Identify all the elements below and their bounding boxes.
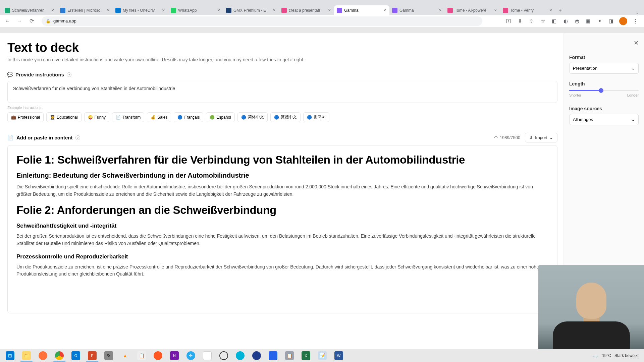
taskbar-excel[interactable]: X xyxy=(298,349,314,362)
taskbar-app-9[interactable]: 📋 xyxy=(281,349,298,362)
info-icon[interactable]: ? xyxy=(75,135,80,140)
slide-2-heading-a: Schweißnahtfestigkeit und -integrität xyxy=(16,223,548,229)
browser-tab-3[interactable]: WhatsApp× xyxy=(168,5,223,15)
temperature: 19°C xyxy=(602,353,611,358)
taskbar-vlc[interactable]: ▲ xyxy=(117,349,133,362)
browser-tab-2[interactable]: My files - OneDriv× xyxy=(113,5,168,15)
example-chip-5[interactable]: 🔵Français xyxy=(174,112,203,122)
nav-back-button[interactable]: ← xyxy=(3,16,12,26)
taskbar-app-7[interactable] xyxy=(249,349,265,362)
nav-forward-button[interactable]: → xyxy=(15,16,24,26)
char-counter: ◠ 1989/7500 xyxy=(494,135,520,140)
new-tab-button[interactable]: + xyxy=(555,6,565,15)
taskbar-notepad[interactable]: 📝 xyxy=(314,349,330,362)
key-icon[interactable]: ⚿ xyxy=(505,18,512,24)
browser-tab-8[interactable]: Tome - AI-powere× xyxy=(445,5,500,15)
extension-icon-2[interactable]: ◐ xyxy=(562,18,569,24)
slide-2-heading-b: Prozesskontrolle und Reproduzierbarkeit xyxy=(16,253,548,260)
taskbar-app-8[interactable] xyxy=(265,349,281,362)
taskbar-word[interactable]: W xyxy=(331,349,347,362)
profile-avatar[interactable] xyxy=(619,17,627,25)
example-chip-1[interactable]: 👩‍🎓Educational xyxy=(46,112,82,122)
example-chip-8[interactable]: 🔵繁體中文 xyxy=(270,112,301,122)
extension-icon[interactable]: ◧ xyxy=(551,18,557,24)
browser-tab-9[interactable]: Tome - Verify× xyxy=(500,5,555,15)
weather-icon[interactable]: ☁️ xyxy=(592,353,599,359)
start-button[interactable]: ⊞ xyxy=(2,349,18,362)
taskbar-app-5[interactable] xyxy=(216,349,232,362)
tab-close-icon[interactable]: × xyxy=(217,7,221,13)
instructions-icon: 💬 xyxy=(7,72,13,77)
tab-close-icon[interactable]: × xyxy=(549,7,553,13)
slide-1-paragraph: Die Schweißverbindung spielt eine entsch… xyxy=(16,183,548,198)
download-icon: ⇩ xyxy=(529,135,533,140)
content-editor[interactable]: Folie 1: Schweißverfahren für die Verbin… xyxy=(7,145,557,313)
tab-close-icon[interactable]: × xyxy=(272,7,276,13)
example-chip-9[interactable]: 🔵한국어 xyxy=(303,112,329,122)
tab-close-icon[interactable]: × xyxy=(493,7,497,13)
browser-tab-7[interactable]: Gamma× xyxy=(389,5,445,15)
tab-close-icon[interactable]: × xyxy=(383,7,387,13)
address-bar[interactable]: 🔒 gamma.app xyxy=(42,16,482,26)
weather-text: Stark bewölkt xyxy=(614,353,639,358)
taskbar-powerpoint[interactable]: P xyxy=(84,349,100,362)
taskbar-app-1[interactable]: ✎ xyxy=(101,349,117,362)
taskbar-explorer[interactable]: 📁 xyxy=(18,349,35,362)
example-chip-0[interactable]: 💼Professional xyxy=(7,112,44,122)
browser-tab-6[interactable]: Gamma× xyxy=(334,5,389,15)
tab-close-icon[interactable]: × xyxy=(438,7,442,13)
image-sources-select[interactable]: All images ⌄ xyxy=(569,114,639,125)
install-icon[interactable]: ⬇ xyxy=(517,18,523,24)
share-icon[interactable]: ⇧ xyxy=(528,18,535,24)
example-chip-6[interactable]: 🟢Español xyxy=(206,112,234,122)
taskbar-app-4[interactable] xyxy=(199,349,215,362)
taskbar-app-3[interactable] xyxy=(150,349,166,362)
taskbar-onenote[interactable]: N xyxy=(166,349,182,362)
slider-thumb[interactable] xyxy=(599,88,603,93)
tab-close-icon[interactable]: × xyxy=(327,7,331,13)
sidepanel-icon[interactable]: ◨ xyxy=(608,18,614,24)
length-slider[interactable] xyxy=(569,90,639,91)
browser-toolbar: ← → ⟳ 🔒 gamma.app ⚿ ⬇ ⇧ ☆ ◧ ◐ ◓ ▣ ✦ ◨ ⋮ xyxy=(0,15,644,27)
info-icon[interactable]: ? xyxy=(67,72,71,77)
taskbar-chrome[interactable] xyxy=(51,349,67,362)
tab-close-icon[interactable]: × xyxy=(161,7,165,13)
taskbar-telegram[interactable]: ✈ xyxy=(183,349,199,362)
page-title: Text to deck xyxy=(7,41,557,55)
slide-2-paragraph-b: Um die Produktionsziele zu erreichen, is… xyxy=(16,263,548,278)
chrome-menu-icon[interactable]: ⋮ xyxy=(632,18,639,24)
instructions-input[interactable]: Schweißverfahren für die Verbindung von … xyxy=(7,81,557,103)
taskbar-outlook[interactable]: O xyxy=(68,349,84,362)
bookmark-icon[interactable]: ☆ xyxy=(539,18,546,24)
close-panel-button[interactable]: ✕ xyxy=(634,39,639,47)
example-chip-4[interactable]: 💰Sales xyxy=(147,112,171,122)
taskbar-firefox[interactable] xyxy=(35,349,51,362)
tab-close-icon[interactable]: × xyxy=(106,7,110,13)
format-select[interactable]: Presentation ⌄ xyxy=(569,63,639,74)
browser-tab-1[interactable]: Erstellen | Microso× xyxy=(57,5,113,15)
extensions-puzzle-icon[interactable]: ✦ xyxy=(596,18,603,24)
taskbar-app-6[interactable] xyxy=(232,349,248,362)
slide-2-title: Folie 2: Anforderungen an die Schweißver… xyxy=(16,204,548,217)
import-button[interactable]: ⇩ Import ⌄ xyxy=(525,133,557,142)
browser-tab-4[interactable]: GMX Premium - E× xyxy=(223,5,279,15)
extension-icon-3[interactable]: ◓ xyxy=(574,18,580,24)
spinner-icon: ◠ xyxy=(494,135,498,140)
browser-tabstrip: Schweißverfahren×Erstellen | Microso×My … xyxy=(0,0,644,15)
example-chip-2[interactable]: 😜Funny xyxy=(84,112,109,122)
lock-icon: 🔒 xyxy=(46,19,51,23)
slide-1-title: Folie 1: Schweißverfahren für die Verbin… xyxy=(16,154,548,166)
content-section-label: Add or paste in content xyxy=(16,135,73,140)
nav-reload-button[interactable]: ⟳ xyxy=(27,16,36,26)
url-text: gamma.app xyxy=(53,18,76,23)
browser-tab-0[interactable]: Schweißverfahren× xyxy=(2,5,57,15)
extension-icon-4[interactable]: ▣ xyxy=(585,18,592,24)
tab-dropdown-icon[interactable]: ⌄ xyxy=(636,10,644,15)
browser-tab-5[interactable]: creat a presentati× xyxy=(279,5,334,15)
content-icon: 📄 xyxy=(7,135,14,141)
tab-close-icon[interactable]: × xyxy=(51,7,55,13)
example-chip-7[interactable]: 🔵简体中文 xyxy=(237,112,268,122)
example-chip-3[interactable]: 📄Transform xyxy=(112,112,144,122)
taskbar-app-2[interactable]: 📋 xyxy=(133,349,150,362)
chevron-down-icon: ⌄ xyxy=(631,117,635,122)
